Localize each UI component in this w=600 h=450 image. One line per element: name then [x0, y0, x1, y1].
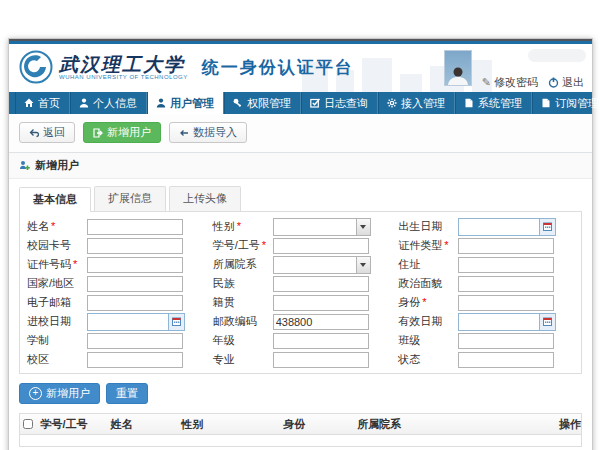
education-length-input[interactable] [87, 333, 183, 349]
tab-basic-info[interactable]: 基本信息 [19, 187, 91, 212]
valid-date-input[interactable] [458, 313, 556, 331]
field-label: 身份 [398, 296, 420, 308]
required-marker: * [444, 239, 448, 251]
user-table: 学号/工号 姓名 性别 身份 所属院系 操作 [19, 413, 582, 447]
power-icon [548, 77, 559, 88]
tab-upload-avatar[interactable]: 上传头像 [169, 186, 241, 211]
header: 武汉理工大学 WUHAN UNIVERSITY OF TECHNOLOGY 统一… [9, 44, 592, 92]
ethnicity-input[interactable] [273, 276, 369, 292]
form-field-grade: 年级 [208, 333, 394, 349]
section-header: 新增用户 [9, 153, 592, 179]
major-input[interactable] [273, 352, 369, 368]
nav-item-log-query[interactable]: 日志查询 [301, 92, 378, 114]
campus-input[interactable] [87, 352, 183, 368]
form-field-major: 专业 [208, 352, 394, 368]
select-all-checkbox[interactable] [23, 419, 33, 429]
class-input[interactable] [458, 333, 554, 349]
nav-item-home[interactable]: 首页 [15, 92, 70, 114]
col-name: 姓名 [105, 417, 176, 432]
add-user-submit-button[interactable]: + 新增用户 [19, 383, 100, 404]
email-input[interactable] [87, 295, 183, 311]
pencil-icon: ✎ [482, 76, 491, 89]
field-label: 状态 [398, 353, 420, 365]
log-check-icon [310, 98, 320, 108]
form-field-class: 班级 [393, 333, 579, 349]
university-emblem-icon [19, 50, 53, 84]
field-label: 住址 [398, 258, 420, 270]
field-label: 性别 [213, 220, 235, 232]
col-gender: 性别 [176, 417, 278, 432]
birth-date-input[interactable] [458, 218, 556, 236]
field-label: 校园卡号 [27, 239, 71, 251]
reset-label: 重置 [116, 387, 138, 400]
required-marker: * [73, 258, 77, 270]
plus-circle-icon: + [29, 387, 42, 400]
form-field-id-type: 证件类型* [393, 238, 579, 254]
nav-item-system-management[interactable]: 系统管理 [455, 92, 532, 114]
field-label: 进校日期 [27, 315, 71, 327]
required-marker: * [262, 239, 266, 251]
department-select[interactable] [273, 256, 371, 274]
entry-date-input[interactable] [87, 313, 185, 331]
gear-icon [387, 98, 397, 108]
platform-title: 统一身份认证平台 [202, 56, 354, 79]
add-user-icon [93, 128, 103, 138]
field-label: 有效日期 [398, 315, 442, 327]
country-input[interactable] [87, 276, 183, 292]
nav-label: 用户管理 [170, 96, 214, 111]
political-status-input[interactable] [458, 276, 554, 292]
university-name-cn: 武汉理工大学 [59, 54, 188, 74]
name-input[interactable] [87, 219, 183, 235]
native-place-input[interactable] [273, 295, 369, 311]
field-label: 学制 [27, 334, 49, 346]
address-input[interactable] [458, 257, 554, 273]
identity-input[interactable] [458, 295, 554, 311]
id-number-input[interactable] [87, 257, 183, 273]
field-label: 国家/地区 [27, 277, 74, 289]
field-label: 民族 [213, 277, 235, 289]
field-label: 籍贯 [213, 296, 235, 308]
form-field-student-id: 学号/工号* [208, 238, 394, 254]
campus-card-input[interactable] [87, 238, 183, 254]
postal-code-input[interactable] [273, 314, 369, 330]
nav-item-subscription-management[interactable]: 订阅管理 [532, 92, 600, 114]
add-user-toolbar-button[interactable]: 新增用户 [83, 122, 161, 143]
nav-item-personal-info[interactable]: 个人信息 [70, 92, 147, 114]
col-identity: 身份 [278, 417, 352, 432]
col-student-id: 学号/工号 [36, 417, 106, 432]
tab-extended-info[interactable]: 扩展信息 [94, 186, 166, 211]
id-type-input[interactable] [458, 238, 554, 254]
nav-label: 接入管理 [401, 96, 445, 111]
form-field-address: 住址 [393, 257, 579, 273]
required-marker: * [51, 220, 55, 232]
status-input[interactable] [458, 352, 554, 368]
back-arrow-icon [29, 128, 39, 138]
field-label: 校区 [27, 353, 49, 365]
student-id-input[interactable] [273, 238, 369, 254]
required-marker: * [422, 296, 426, 308]
change-password-button[interactable]: ✎ 修改密码 [482, 75, 538, 90]
data-import-button[interactable]: 数据导入 [169, 122, 247, 143]
form-field-political-status: 政治面貌 [393, 276, 579, 292]
field-label: 出生日期 [398, 220, 442, 232]
table-header-row: 学号/工号 姓名 性别 身份 所属院系 操作 [20, 414, 581, 435]
col-department: 所属院系 [352, 417, 554, 432]
back-button[interactable]: 返回 [19, 122, 75, 143]
form-field-birth-date: 出生日期 [393, 218, 579, 236]
nav-item-user-management[interactable]: 用户管理 [147, 92, 224, 114]
app-window: 武汉理工大学 WUHAN UNIVERSITY OF TECHNOLOGY 统一… [8, 38, 593, 450]
nav-label: 日志查询 [324, 96, 368, 111]
form-field-country: 国家/地区 [22, 276, 208, 292]
calendar-icon [539, 314, 555, 330]
grade-input[interactable] [273, 333, 369, 349]
reset-button[interactable]: 重置 [106, 383, 148, 404]
back-label: 返回 [43, 126, 65, 139]
gender-select[interactable] [273, 218, 371, 236]
form-tabs: 基本信息 扩展信息 上传头像 [9, 179, 592, 211]
nav-item-access-management[interactable]: 接入管理 [378, 92, 455, 114]
nav-item-permission-management[interactable]: 权限管理 [224, 92, 301, 114]
logout-button[interactable]: 退出 [548, 75, 584, 90]
university-name-en: WUHAN UNIVERSITY OF TECHNOLOGY [59, 74, 188, 81]
key-icon [233, 98, 243, 108]
form-field-gender: 性别* [208, 218, 394, 236]
